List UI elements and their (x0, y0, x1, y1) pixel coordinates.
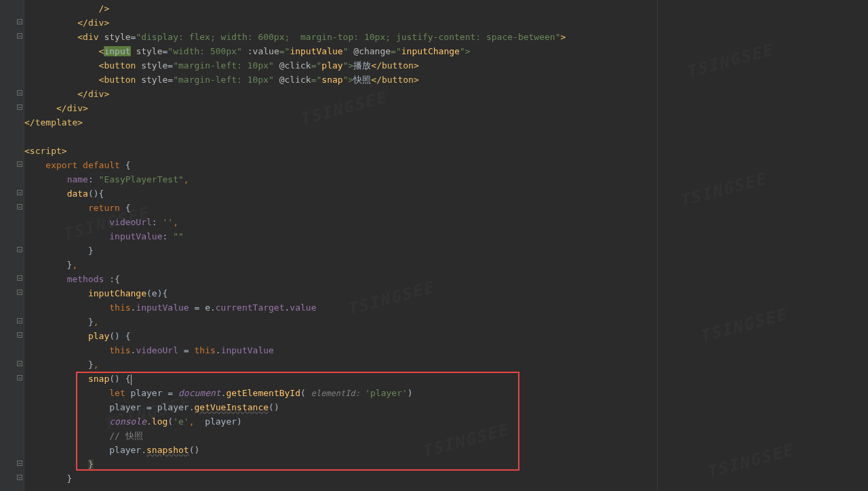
fold-marker[interactable] (17, 104, 22, 110)
fold-marker[interactable] (17, 375, 22, 380)
fold-marker[interactable] (17, 460, 22, 466)
editor-gutter (0, 0, 24, 491)
fold-marker[interactable] (17, 290, 22, 295)
text-cursor (131, 374, 132, 385)
fold-marker[interactable] (17, 247, 22, 252)
fold-marker[interactable] (17, 204, 22, 210)
fold-marker[interactable] (17, 190, 22, 195)
fold-marker[interactable] (17, 275, 22, 281)
code-text: /> (24, 3, 109, 14)
fold-marker[interactable] (17, 161, 22, 167)
fold-marker[interactable] (17, 19, 22, 24)
fold-marker[interactable] (17, 332, 22, 338)
fold-marker[interactable] (17, 90, 22, 96)
fold-marker[interactable] (17, 475, 22, 480)
fold-marker[interactable] (17, 33, 22, 39)
fold-marker[interactable] (17, 318, 22, 323)
code-editor[interactable]: /> </div> <div style="display: flex; wid… (24, 0, 868, 491)
fold-marker[interactable] (17, 361, 22, 366)
